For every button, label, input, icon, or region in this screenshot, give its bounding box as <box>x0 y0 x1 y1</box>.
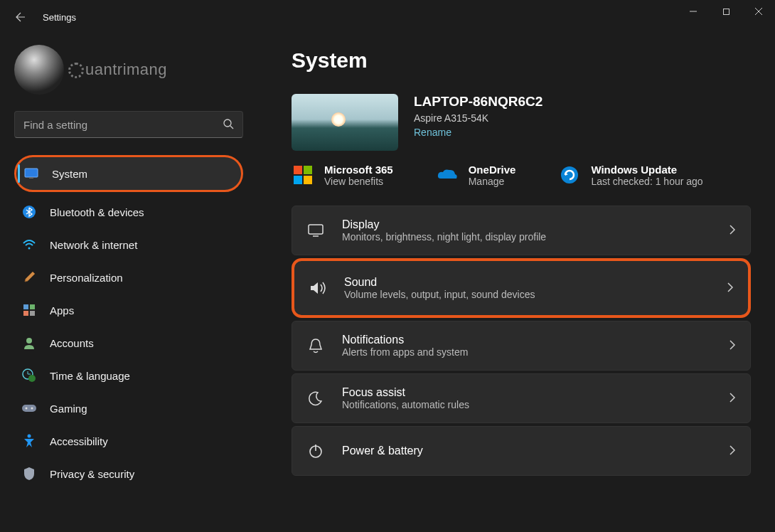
sidebar: uantrimang System Bluetooth & devices Ne… <box>0 34 256 532</box>
svg-point-18 <box>28 435 31 438</box>
tile-sound[interactable]: Sound Volume levels, output, input, soun… <box>292 258 751 318</box>
svg-point-19 <box>561 166 578 183</box>
apps-icon <box>21 302 37 318</box>
page-title: System <box>292 48 751 73</box>
wifi-icon <box>21 237 37 252</box>
chevron-right-icon <box>729 445 736 458</box>
window-controls <box>677 0 775 23</box>
shield-icon <box>21 466 37 482</box>
tile-display[interactable]: Display Monitors, brightness, night ligh… <box>292 206 751 255</box>
back-button[interactable] <box>6 3 34 31</box>
svg-point-14 <box>28 375 36 382</box>
tile-sub: Volume levels, output, input, sound devi… <box>344 289 710 300</box>
sidebar-item-label: Personalization <box>50 272 123 284</box>
tile-sub: Alerts from apps and system <box>342 346 712 358</box>
search-box[interactable] <box>14 111 243 138</box>
sidebar-item-label: Network & internet <box>50 239 137 251</box>
sidebar-item-accessibility[interactable]: Accessibility <box>14 427 243 455</box>
svg-rect-20 <box>309 225 323 234</box>
tile-title: Power & battery <box>342 445 712 457</box>
svg-rect-8 <box>23 304 28 309</box>
clock-globe-icon <box>21 368 37 383</box>
monitor-icon <box>23 166 39 181</box>
sidebar-item-label: Apps <box>50 304 74 316</box>
svg-rect-10 <box>23 311 28 316</box>
minimize-button[interactable] <box>677 0 710 23</box>
device-wallpaper-thumb[interactable] <box>292 94 398 151</box>
device-info: LAPTOP-86NQR6C2 Aspire A315-54K Rename <box>292 94 751 151</box>
bluetooth-icon <box>21 204 37 220</box>
svg-rect-9 <box>30 304 35 309</box>
watermark: uantrimang <box>68 60 167 79</box>
svg-rect-15 <box>22 405 36 412</box>
update-icon <box>558 164 581 186</box>
svg-point-2 <box>224 119 231 127</box>
chevron-right-icon <box>729 339 736 353</box>
svg-rect-11 <box>30 311 35 316</box>
main-content: System LAPTOP-86NQR6C2 Aspire A315-54K R… <box>256 34 775 532</box>
service-sub: Manage <box>469 176 516 187</box>
service-sub: Last checked: 1 hour ago <box>591 176 702 187</box>
device-name: LAPTOP-86NQR6C2 <box>414 94 542 110</box>
sidebar-item-network[interactable]: Network & internet <box>14 230 243 259</box>
search-input[interactable] <box>23 119 223 131</box>
gamepad-icon <box>21 400 37 416</box>
device-model: Aspire A315-54K <box>414 112 542 124</box>
service-windows-update[interactable]: Windows Update Last checked: 1 hour ago <box>558 164 702 187</box>
ms365-icon <box>292 164 314 186</box>
sidebar-item-label: Privacy & security <box>50 468 134 480</box>
settings-tiles: Display Monitors, brightness, night ligh… <box>292 206 751 476</box>
sidebar-item-bluetooth[interactable]: Bluetooth & devices <box>14 198 243 226</box>
tile-title: Display <box>342 218 712 231</box>
sidebar-item-personalization[interactable]: Personalization <box>14 263 243 292</box>
tile-notifications[interactable]: Notifications Alerts from apps and syste… <box>292 321 751 371</box>
svg-rect-5 <box>29 177 33 179</box>
tile-sub: Notifications, automatic rules <box>342 399 712 410</box>
rename-link[interactable]: Rename <box>414 127 542 138</box>
profile-block[interactable]: uantrimang <box>14 41 243 98</box>
service-title: Microsoft 365 <box>324 164 393 176</box>
maximize-button[interactable] <box>710 0 742 23</box>
tile-focus-assist[interactable]: Focus assist Notifications, automatic ru… <box>292 373 751 423</box>
chevron-right-icon <box>727 282 734 295</box>
moon-icon <box>306 390 325 406</box>
sidebar-item-system[interactable]: System <box>14 155 243 192</box>
chevron-right-icon <box>729 392 736 405</box>
sidebar-item-label: Bluetooth & devices <box>50 206 144 218</box>
chevron-right-icon <box>729 224 736 238</box>
tile-power-battery[interactable]: Power & battery <box>292 426 751 476</box>
sidebar-item-label: Time & language <box>50 370 130 382</box>
power-icon <box>306 443 325 459</box>
svg-point-16 <box>26 408 28 410</box>
tile-title: Notifications <box>342 334 712 346</box>
tile-title: Focus assist <box>342 386 712 399</box>
titlebar: Settings <box>0 0 775 34</box>
sidebar-item-apps[interactable]: Apps <box>14 296 243 324</box>
sidebar-item-label: Accounts <box>50 337 94 349</box>
tile-title: Sound <box>344 276 710 289</box>
service-title: OneDrive <box>469 164 516 176</box>
sidebar-item-accounts[interactable]: Accounts <box>14 329 243 357</box>
sidebar-item-gaming[interactable]: Gaming <box>14 394 243 422</box>
tile-sub: Monitors, brightness, night light, displ… <box>342 231 712 243</box>
service-onedrive[interactable]: OneDrive Manage <box>436 164 516 187</box>
service-title: Windows Update <box>591 164 702 176</box>
service-sub: View benefits <box>324 176 393 187</box>
bell-icon <box>306 337 325 354</box>
display-icon <box>306 223 325 238</box>
svg-line-3 <box>230 126 233 129</box>
sidebar-item-label: System <box>52 168 87 180</box>
sidebar-item-label: Accessibility <box>50 435 108 447</box>
svg-point-7 <box>28 248 31 250</box>
svg-rect-1 <box>723 9 729 14</box>
brush-icon <box>21 270 37 285</box>
service-ms365[interactable]: Microsoft 365 View benefits <box>292 164 393 187</box>
sidebar-item-privacy[interactable]: Privacy & security <box>14 459 243 488</box>
svg-point-17 <box>31 408 33 410</box>
sidebar-nav: System Bluetooth & devices Network & int… <box>14 158 243 488</box>
avatar <box>14 45 64 95</box>
onedrive-icon <box>436 164 459 186</box>
sidebar-item-label: Gaming <box>50 403 87 415</box>
close-button[interactable] <box>742 0 775 23</box>
sidebar-item-time-language[interactable]: Time & language <box>14 361 243 390</box>
